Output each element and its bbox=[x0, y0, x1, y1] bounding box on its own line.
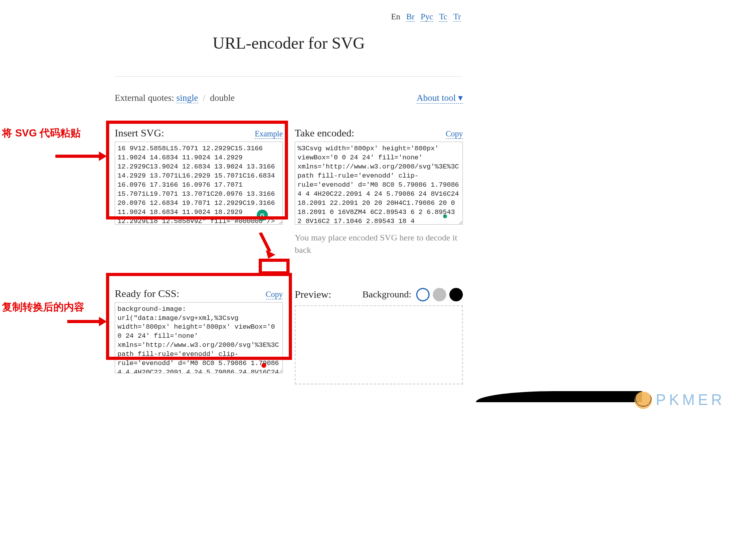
lang-tc[interactable]: Tc bbox=[439, 12, 447, 22]
annotation-text-2: 复制转换后的内容 bbox=[2, 301, 101, 314]
insert-title: Insert SVG: bbox=[115, 127, 164, 139]
svg-line-2 bbox=[260, 233, 270, 252]
lang-br[interactable]: Br bbox=[406, 12, 415, 22]
bg-option-black[interactable] bbox=[449, 288, 463, 301]
external-quotes-group: External quotes: single / double bbox=[115, 93, 235, 103]
css-textarea[interactable] bbox=[115, 302, 283, 373]
divider bbox=[115, 76, 463, 77]
encoded-hint: You may place encoded SVG here to decode… bbox=[295, 232, 463, 256]
preview-area bbox=[295, 305, 463, 384]
watermark-text: PKMER bbox=[656, 392, 725, 409]
quotes-label: External quotes: bbox=[115, 93, 174, 103]
arrow-icon-3 bbox=[67, 316, 107, 327]
status-dot-icon bbox=[443, 214, 447, 218]
arrow-icon-1 bbox=[55, 150, 107, 162]
lang-tr[interactable]: Tr bbox=[453, 12, 461, 22]
lang-en: En bbox=[391, 12, 400, 21]
annotation-text-1: 将 SVG 代码粘贴 bbox=[2, 127, 101, 140]
example-link[interactable]: Example bbox=[255, 129, 283, 139]
preview-title: Preview: bbox=[295, 289, 331, 301]
grammarly-icon[interactable]: G bbox=[257, 210, 268, 221]
bg-option-silver[interactable] bbox=[433, 288, 446, 301]
preview-panel: Preview: Background: bbox=[295, 288, 463, 384]
svg-marker-3 bbox=[266, 250, 275, 259]
language-bar: En Br Рус Tc Tr bbox=[115, 12, 463, 22]
lang-rus[interactable]: Рус bbox=[421, 12, 433, 22]
svg-marker-1 bbox=[99, 151, 107, 161]
css-title: Ready for CSS: bbox=[115, 288, 179, 300]
slash-separator: / bbox=[203, 93, 205, 103]
watermark-logo-icon bbox=[635, 392, 652, 409]
arrow-icon-2 bbox=[256, 233, 276, 260]
encoded-title: Take encoded: bbox=[295, 127, 354, 139]
css-panel: Ready for CSS: Copy bbox=[115, 288, 283, 384]
about-tool-link[interactable]: About tool ▾ bbox=[417, 93, 463, 104]
page-title: URL-encoder for SVG bbox=[115, 34, 463, 53]
svg-marker-5 bbox=[99, 317, 107, 326]
quotes-double-label: double bbox=[210, 93, 235, 103]
decorative-sweep bbox=[476, 391, 642, 402]
bg-option-white[interactable] bbox=[416, 288, 430, 301]
copy-encoded-link[interactable]: Copy bbox=[446, 129, 463, 139]
encoded-panel: Take encoded: Copy You may place encoded… bbox=[295, 127, 463, 256]
encoded-textarea[interactable] bbox=[295, 142, 463, 225]
quotes-single-link[interactable]: single bbox=[176, 93, 198, 103]
error-dot-icon bbox=[261, 363, 266, 368]
background-label: Background: bbox=[362, 289, 411, 300]
watermark: PKMER bbox=[635, 392, 725, 409]
copy-css-link[interactable]: Copy bbox=[266, 290, 283, 299]
